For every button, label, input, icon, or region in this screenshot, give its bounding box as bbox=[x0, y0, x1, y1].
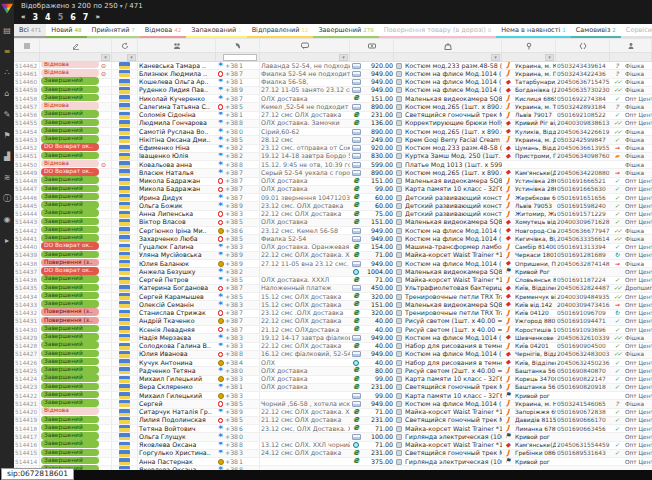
sip-caller-id: sip:0672818601 bbox=[1, 468, 74, 480]
justin-icon: J bbox=[507, 318, 510, 325]
tab-Відправлений[interactable]: Відправлений12 bbox=[247, 24, 314, 38]
ukraine-flag-icon bbox=[119, 376, 130, 383]
phone-prefix: +38 bbox=[225, 62, 238, 69]
payment-cell: ₴ bbox=[350, 409, 362, 416]
table-row[interactable]: 514423ЗавершенийВера Скляренко*+381ОЛХ д… bbox=[14, 384, 652, 392]
table-row[interactable]: 514418ЗавершенийТетяна Войтович*+38623.1… bbox=[14, 425, 652, 433]
status-badge: Відмова bbox=[41, 102, 99, 110]
info-icon[interactable]: ⓘ bbox=[0, 188, 14, 209]
delivery-status-cell: ✓ bbox=[610, 425, 624, 433]
tab-Самовивіз[interactable]: Самовивіз2 bbox=[571, 24, 621, 38]
country-cell bbox=[112, 425, 138, 432]
stats-icon[interactable]: ▟ bbox=[0, 146, 14, 167]
tab-Прийнятий[interactable]: Прийнятий7 bbox=[87, 24, 140, 38]
status-clock-cell bbox=[100, 277, 112, 284]
last-page-button[interactable]: » bbox=[95, 11, 100, 24]
comment-bubble-icon[interactable] bbox=[260, 39, 350, 52]
app-logo-icon[interactable] bbox=[1, 2, 13, 14]
delivery-city: Хомутець від.1 bbox=[514, 218, 556, 226]
order-comment: Фиалка 52-54 bbox=[260, 235, 350, 243]
product-bag-icon[interactable] bbox=[394, 39, 502, 52]
page-7[interactable]: 7 bbox=[83, 11, 89, 24]
phone-prefix: +38 bbox=[225, 178, 238, 185]
phone-digit: 9 bbox=[239, 202, 243, 209]
status-clock-cell bbox=[100, 87, 112, 94]
phone-digit: 3 bbox=[239, 211, 243, 218]
product-box-icon bbox=[396, 409, 402, 415]
video-icon[interactable]: ▸ bbox=[0, 230, 14, 251]
tab-Новий[interactable]: Новий48 bbox=[46, 24, 86, 38]
status-clock-cell: ⊙ bbox=[100, 161, 112, 168]
payment-cell bbox=[350, 137, 362, 143]
page-4[interactable]: 4 bbox=[45, 11, 51, 24]
client-name: Солодкова Галина В.. bbox=[138, 342, 216, 350]
order-source: Фішка bbox=[624, 169, 652, 177]
users-icon[interactable]: ∴ bbox=[0, 62, 14, 83]
payment-cell bbox=[350, 153, 362, 159]
country-cell bbox=[112, 87, 138, 94]
order-source: Опт Центр bbox=[624, 317, 652, 325]
page-6[interactable]: 6 bbox=[70, 11, 76, 24]
tab-Запакований[interactable]: Запакований1 bbox=[186, 24, 246, 38]
phone-cell: *+387 bbox=[216, 95, 260, 102]
money-icon[interactable] bbox=[350, 39, 394, 52]
tab-Завершений[interactable]: Завершений278 bbox=[313, 24, 378, 38]
status-edit-icon[interactable] bbox=[40, 39, 112, 52]
payment-cell bbox=[350, 393, 362, 399]
table-row[interactable]: 514414ЗавершенийАнна Пастернак+381₴375.0… bbox=[14, 458, 652, 466]
filter-dropdown[interactable]: ▾ bbox=[101, 54, 110, 61]
filter-dropdown[interactable]: ▾ bbox=[491, 54, 500, 61]
tags-icon[interactable]: ✎ bbox=[0, 104, 14, 125]
first-page-button[interactable]: « bbox=[21, 11, 26, 24]
tracking-number: 0501691187224 bbox=[556, 276, 610, 284]
ukrposhta-icon bbox=[352, 104, 361, 110]
filter-dropdown[interactable]: ▾ bbox=[127, 54, 136, 61]
delivery-city: Цумань, Відділ.. bbox=[514, 144, 556, 152]
table-row[interactable]: 514415ЗавершенийГоргулько Христина..*+38… bbox=[14, 450, 652, 458]
tab-Відмова[interactable]: Відмова42 bbox=[140, 24, 186, 38]
delivered-check-icon: ✓ bbox=[614, 408, 619, 415]
status-clock-cell bbox=[100, 244, 112, 251]
client-name: Салегина Татьяна С.. bbox=[138, 103, 216, 111]
id-list-icon[interactable] bbox=[14, 39, 40, 52]
product-icon-cell bbox=[394, 434, 404, 440]
filter-dropdown[interactable]: ▾ bbox=[545, 54, 554, 61]
delivered-check-icon: ✓ bbox=[614, 326, 619, 333]
courier-cell: J bbox=[502, 384, 514, 391]
order-source: Фішка bbox=[624, 62, 652, 70]
orders-icon[interactable]: ≡ bbox=[0, 41, 14, 62]
page-5[interactable]: 5 bbox=[58, 11, 64, 24]
filter-dropdown[interactable]: ▾ bbox=[339, 54, 348, 61]
tab-Сервіси[interactable]: Сервіси0 bbox=[621, 24, 652, 38]
tab-Нема в наявності[interactable]: Нема в наявності1 bbox=[496, 24, 571, 38]
tab-Всі[interactable]: Всі471 bbox=[14, 24, 46, 38]
table-row[interactable]: 514438Повернення (з..Юлия Баланюк+38927.… bbox=[14, 260, 652, 268]
location-pin-icon[interactable] bbox=[502, 39, 556, 52]
product-icon-cell bbox=[394, 277, 404, 283]
client-users-icon[interactable] bbox=[138, 39, 216, 52]
phone-icon[interactable] bbox=[216, 39, 260, 52]
kyivstar-icon: * bbox=[217, 434, 224, 440]
tracking-brackets-icon[interactable] bbox=[556, 39, 610, 52]
order-price: 154.00 bbox=[362, 243, 394, 251]
country-refresh-icon[interactable] bbox=[112, 39, 138, 52]
campaign-icon[interactable]: ⚑ bbox=[0, 125, 14, 146]
eye-icon[interactable]: ◉ bbox=[0, 209, 14, 230]
phone-filter-input[interactable] bbox=[223, 54, 257, 61]
product-name: Костюм на флисе Мод.1014 (1ш.. bbox=[404, 260, 502, 268]
courier-cell: ◆ bbox=[502, 169, 514, 176]
pickup-flag-icon: ⚑ bbox=[505, 433, 511, 440]
kyivstar-icon: * bbox=[217, 343, 224, 349]
manager-person-icon[interactable] bbox=[610, 39, 652, 52]
phone-digit: 9 bbox=[239, 87, 243, 94]
warehouse-icon[interactable]: ⌂ bbox=[0, 83, 14, 104]
phone-cell: *+380 bbox=[216, 433, 260, 440]
courier-cell: J bbox=[502, 186, 514, 193]
page-3[interactable]: 3 bbox=[33, 11, 39, 24]
product-box-icon bbox=[396, 79, 402, 85]
tab-Повернення товару (в дорозі)[interactable]: Повернення товару (в дорозі)0 bbox=[379, 24, 496, 38]
cash-icon: ₴ bbox=[353, 409, 359, 416]
kyivstar-icon: * bbox=[217, 162, 224, 168]
cards-icon[interactable]: ▤ bbox=[0, 20, 14, 41]
settings-sliders-icon[interactable]: ≋ bbox=[0, 167, 14, 188]
